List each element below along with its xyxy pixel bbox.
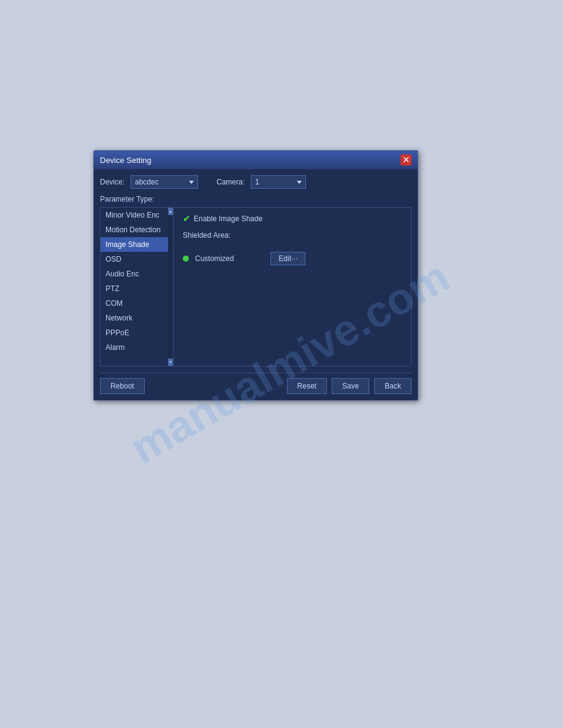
dialog-body: Device: abcdec Camera: 1 Parameter Type:… [94,169,418,400]
device-arrow-icon [189,181,194,184]
sidebar-item-com[interactable]: COM [101,296,173,311]
camera-label: Camera: [216,178,245,186]
enable-checkmark-icon: ✔ [183,214,190,224]
sidebar-item-audio-enc[interactable]: Audio Enc [101,267,173,281]
enable-image-shade-row: ✔ Enable Image Shade [183,214,402,224]
device-dropdown[interactable]: abcdec [131,175,198,189]
shielded-area-label: Shielded Area: [183,231,231,240]
reset-button[interactable]: Reset [287,378,327,394]
sidebar-item-osd[interactable]: OSD [101,252,173,267]
dialog-titlebar: Device Setting ✕ [94,151,418,169]
camera-value: 1 [255,178,293,186]
camera-arrow-icon [297,181,302,184]
customized-label: Customized [195,254,234,263]
param-type-label: Parameter Type: [100,195,412,203]
back-button[interactable]: Back [374,378,412,394]
sidebar-item-pppoe[interactable]: PPPoE [101,325,173,340]
sidebar-item-motion-detection[interactable]: Motion Detection [101,222,173,237]
sidebar-item-ptz[interactable]: PTZ [101,281,173,296]
device-label: Device: [100,178,124,186]
dialog-title: Device Setting [100,156,151,165]
camera-dropdown[interactable]: 1 [251,175,306,189]
sidebar-item-network[interactable]: Network [101,311,173,325]
device-value: abcdec [135,178,185,186]
device-setting-dialog: Device Setting ✕ Device: abcdec Camera: … [93,150,418,401]
reboot-button[interactable]: Reboot [100,378,145,394]
customized-indicator-icon [183,256,189,262]
edit-button[interactable]: Edit··· [270,252,305,265]
sidebar-item-alarm[interactable]: Alarm [101,340,173,355]
customized-row: Customized Edit··· [183,252,402,265]
enable-image-shade-label: Enable Image Shade [194,214,262,223]
scroll-up-button[interactable]: ▲ [168,208,173,215]
sidebar-item-minor-video-enc[interactable]: Minor Video Enc [101,208,173,222]
shielded-area-row: Shielded Area: [183,231,402,240]
close-button[interactable]: ✕ [400,154,412,165]
device-camera-row: Device: abcdec Camera: 1 [100,175,412,189]
main-content: Minor Video Enc Motion Detection Image S… [100,207,412,366]
bottom-row: Reboot Reset Save Back [100,373,412,394]
save-button[interactable]: Save [332,378,369,394]
device-select[interactable]: abcdec [131,175,198,189]
action-buttons: Reset Save Back [287,378,412,394]
sidebar-scrollbar: ▲ ▼ [168,208,173,366]
sidebar-item-image-shade[interactable]: Image Shade [101,237,173,252]
right-panel: ✔ Enable Image Shade Shielded Area: Cust… [174,207,412,366]
sidebar: Minor Video Enc Motion Detection Image S… [100,207,174,366]
scroll-down-button[interactable]: ▼ [168,358,173,366]
